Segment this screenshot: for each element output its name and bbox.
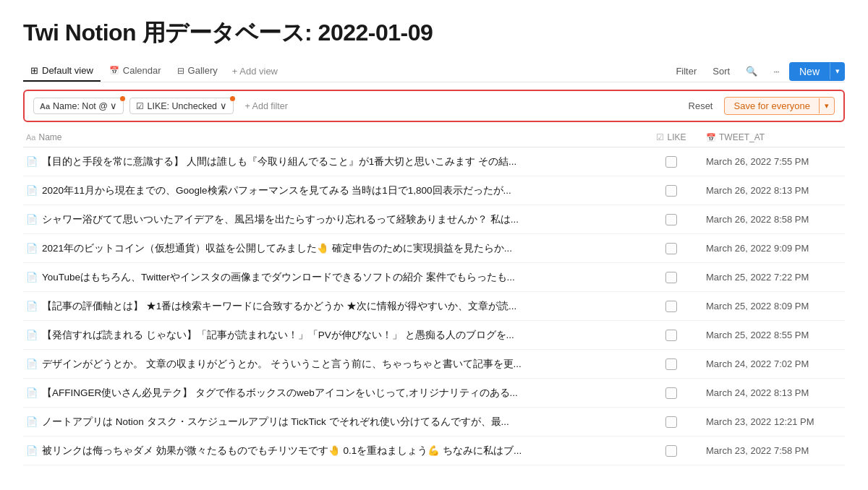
table-row[interactable]: 📄 2021年のビットコイン（仮想通貨）収益を公開してみました🤚 確定申告のため… [23, 234, 845, 263]
new-button[interactable]: New [789, 62, 830, 81]
aa-icon-header: Aa [26, 133, 35, 142]
row-tweet: March 23, 2022 12:21 PM [700, 416, 845, 427]
like-checkbox[interactable] [665, 387, 677, 399]
like-checkbox[interactable] [665, 272, 677, 283]
tab-bar-left: ⊞ Default view 📅 Calendar ⊟ Gallery + Ad… [23, 61, 284, 82]
row-text: ノートアプリは Notion タスク・スケジュールアプリは TickTick で… [42, 416, 509, 429]
like-checkbox[interactable] [665, 185, 677, 197]
like-checkbox[interactable] [665, 330, 677, 341]
row-text: デザインがどうとか。 文章の収まりがどうとか。 そういうこと言う前に、ちゃっちゃ… [42, 358, 522, 371]
like-checkbox[interactable] [665, 445, 677, 457]
filter-chip-name[interactable]: Aa Name: Not @ ∨ [33, 98, 124, 114]
row-text: YouTubeはもちろん、Twitterやインスタの画像までダウンロードできるソ… [42, 271, 515, 284]
table-row[interactable]: 📄 2020年11月から現在までの、Google検索パフォーマンスを見てみる 当… [23, 176, 845, 205]
search-button[interactable]: 🔍 [740, 63, 763, 79]
col-like-label: LIKE [667, 132, 686, 142]
like-checkbox[interactable] [665, 358, 677, 370]
table-row[interactable]: 📄 被リンクは侮っちゃダメ 効果が微々たるものでもチリツモです🤚 0.1を重ねま… [23, 437, 845, 465]
aa-icon: Aa [40, 102, 50, 111]
row-tweet: March 25, 2022 8:55 PM [700, 330, 845, 340]
save-button-arrow[interactable]: ▾ [819, 98, 834, 113]
row-name: 📄 デザインがどうとか。 文章の収まりがどうとか。 そういうこと言う前に、ちゃっ… [23, 352, 642, 377]
save-button-group: Save for everyone ▾ [724, 97, 835, 115]
like-checkbox[interactable] [665, 156, 677, 168]
row-like[interactable] [642, 330, 700, 341]
calendar-icon-header: 📅 [706, 133, 716, 142]
row-tweet: March 25, 2022 7:22 PM [700, 272, 845, 283]
row-name: 📄 ノートアプリは Notion タスク・スケジュールアプリは TickTick… [23, 410, 642, 434]
table-row[interactable]: 📄 【AFFINGER使いさん必見テク】 タグで作るボックスのwebアイコンをい… [23, 379, 845, 408]
like-checkbox[interactable] [665, 416, 677, 428]
row-like[interactable] [642, 387, 700, 399]
table-row[interactable]: 📄 シャワー浴びてて思いついたアイデアを、風呂場を出たらすっかり忘れるって経験あ… [23, 205, 845, 234]
add-view-button[interactable]: + Add view [226, 61, 284, 81]
calendar-icon: 📅 [109, 66, 119, 75]
tab-calendar-label: Calendar [123, 65, 161, 76]
row-tweet: March 26, 2022 8:13 PM [700, 185, 845, 196]
table-row[interactable]: 📄 【発信すれば読まれる じゃない】「記事が読まれない！」「PVが伸びない！」 … [23, 321, 845, 350]
row-like[interactable] [642, 243, 700, 254]
row-like[interactable] [642, 272, 700, 283]
filter-button[interactable]: Filter [670, 63, 702, 79]
col-header-name[interactable]: Aa Name [23, 132, 642, 142]
doc-icon: 📄 [26, 185, 38, 196]
row-text: 【AFFINGER使いさん必見テク】 タグで作るボックスのwebアイコンをいじっ… [42, 387, 518, 400]
sort-button[interactable]: Sort [707, 63, 736, 79]
page-title: Twi Notion 用データベース: 2022-01-09 [23, 17, 845, 49]
filter-bar-right: Reset Save for everyone ▾ [683, 97, 835, 115]
row-name: 📄 被リンクは侮っちゃダメ 効果が微々たるものでもチリツモです🤚 0.1を重ねま… [23, 439, 642, 463]
like-checkbox[interactable] [665, 243, 677, 254]
add-filter-button[interactable]: + Add filter [239, 99, 294, 113]
grid-icon: ⊞ [30, 65, 38, 76]
filter-chip-like-label: LIKE: Unchecked ∨ [147, 100, 226, 111]
doc-icon: 📄 [26, 358, 38, 369]
row-text: 2020年11月から現在までの、Google検索パフォーマンスを見てみる 当時は… [42, 184, 511, 197]
row-name: 📄 2021年のビットコイン（仮想通貨）収益を公開してみました🤚 確定申告のため… [23, 236, 642, 261]
doc-icon: 📄 [26, 243, 38, 254]
row-text: 【目的と手段を常に意識する】 人間は誰しも『今取り組んでること』が1番大切と思い… [42, 155, 516, 168]
row-tweet: March 24, 2022 7:02 PM [700, 358, 845, 369]
tab-calendar[interactable]: 📅 Calendar [102, 61, 169, 82]
row-tweet: March 23, 2022 7:58 PM [700, 445, 845, 456]
new-button-arrow[interactable]: ▾ [830, 63, 845, 79]
table-row[interactable]: 📄 ノートアプリは Notion タスク・スケジュールアプリは TickTick… [23, 408, 845, 437]
table-row[interactable]: 📄 【目的と手段を常に意識する】 人間は誰しも『今取り組んでること』が1番大切と… [23, 147, 845, 176]
row-tweet: March 25, 2022 8:09 PM [700, 301, 845, 311]
row-name: 📄 2020年11月から現在までの、Google検索パフォーマンスを見てみる 当… [23, 179, 642, 203]
row-tweet: March 26, 2022 8:58 PM [700, 214, 845, 225]
row-text: 【記事の評価軸とは】 ★1番は検索キーワードに合致するかどうか ★次に情報が得や… [42, 300, 516, 313]
col-name-label: Name [38, 132, 61, 142]
doc-icon: 📄 [26, 416, 38, 427]
row-like[interactable] [642, 416, 700, 428]
row-like[interactable] [642, 156, 700, 168]
doc-icon: 📄 [26, 330, 38, 340]
row-name: 📄 シャワー浴びてて思いついたアイデアを、風呂場を出たらすっかり忘れるって経験あ… [23, 207, 642, 232]
tab-default-view[interactable]: ⊞ Default view [23, 61, 101, 82]
tab-default-view-label: Default view [42, 65, 93, 76]
filter-chip-name-dot [120, 96, 125, 101]
row-like[interactable] [642, 214, 700, 225]
table-row[interactable]: 📄 【記事の評価軸とは】 ★1番は検索キーワードに合致するかどうか ★次に情報が… [23, 292, 845, 321]
col-header-like[interactable]: ☑ LIKE [642, 132, 700, 142]
tab-gallery-label: Gallery [188, 65, 218, 76]
reset-button[interactable]: Reset [683, 98, 719, 114]
doc-icon: 📄 [26, 156, 38, 167]
row-like[interactable] [642, 185, 700, 197]
row-like[interactable] [642, 301, 700, 312]
like-checkbox[interactable] [665, 301, 677, 312]
table-row[interactable]: 📄 YouTubeはもちろん、Twitterやインスタの画像までダウンロードでき… [23, 263, 845, 292]
row-like[interactable] [642, 445, 700, 457]
filter-bar: Aa Name: Not @ ∨ ☑ LIKE: Unchecked ∨ + A… [23, 90, 845, 122]
like-checkbox[interactable] [665, 214, 677, 225]
tab-gallery[interactable]: ⊟ Gallery [170, 61, 225, 82]
new-button-group: New ▾ [789, 62, 845, 81]
table-row[interactable]: 📄 デザインがどうとか。 文章の収まりがどうとか。 そういうこと言う前に、ちゃっ… [23, 350, 845, 379]
row-name: 📄 【AFFINGER使いさん必見テク】 タグで作るボックスのwebアイコンをい… [23, 381, 642, 405]
filter-chip-like[interactable]: ☑ LIKE: Unchecked ∨ [129, 98, 233, 114]
doc-icon: 📄 [26, 272, 38, 283]
save-button[interactable]: Save for everyone [725, 98, 819, 114]
row-like[interactable] [642, 358, 700, 370]
row-name: 📄 【目的と手段を常に意識する】 人間は誰しも『今取り組んでること』が1番大切と… [23, 150, 642, 174]
more-button[interactable]: ··· [767, 63, 785, 79]
col-header-tweet[interactable]: 📅 TWEET_AT [700, 132, 845, 142]
